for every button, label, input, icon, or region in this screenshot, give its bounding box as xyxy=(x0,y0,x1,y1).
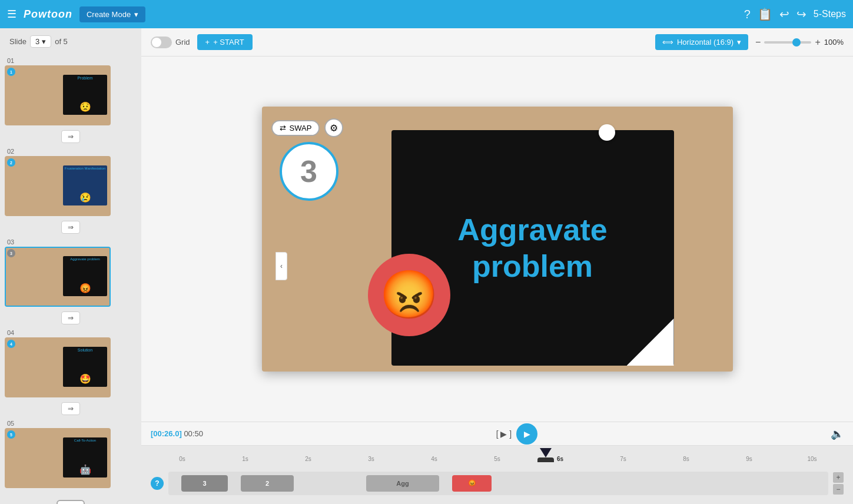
slide-number-circle: 3 xyxy=(280,142,338,201)
playback-bar: [00:26.0] 00:50 [ ▶ ] ▶ 🔈 xyxy=(141,422,853,445)
canvas-wrapper: ⇄ SWAP ⚙ 3 Aggravate problem xyxy=(141,57,853,422)
chevron-down-icon: ▾ xyxy=(134,10,138,19)
ruler-8s: 8s xyxy=(655,456,718,462)
slide-num-label-3: 03 xyxy=(5,236,137,247)
ruler-1s: 1s xyxy=(214,456,277,462)
time-display: [00:26.0] 00:50 xyxy=(151,429,203,438)
slide-num-label-2: 02 xyxy=(5,145,137,156)
timeline-help-button[interactable]: ? xyxy=(151,477,164,490)
transition-btn-4[interactable]: ⇒ xyxy=(0,400,141,417)
slide-num-label-4: 04 xyxy=(5,327,137,337)
ruler-3s: 3s xyxy=(340,456,403,462)
timeline-block-3[interactable]: 3 xyxy=(181,475,227,492)
zoom-in-button[interactable]: + xyxy=(815,37,820,48)
horizontal-icon: ⟺ xyxy=(662,38,673,47)
current-time: [00:26.0] xyxy=(151,429,182,438)
slide-counter: Slide 3 ▾ of 5 xyxy=(0,28,141,55)
canvas-area: Grid + + START ⟺ Horizontal (16:9) ▾ − +… xyxy=(141,28,853,504)
canvas-toolbar: Grid + + START ⟺ Horizontal (16:9) ▾ − +… xyxy=(141,28,853,57)
transition-icon-1[interactable]: ⇒ xyxy=(61,130,80,143)
settings-button[interactable]: ⚙ xyxy=(324,118,343,137)
zoom-control: − + 100% xyxy=(755,37,844,48)
slide-thumb-3[interactable]: 3 Aggravate problem 😡 xyxy=(5,247,111,307)
transition-btn-2[interactable]: ⇒ xyxy=(0,218,141,236)
blank-slide-button[interactable]: + Blank slide xyxy=(0,490,141,504)
canvas-overlay-buttons: ⇄ SWAP ⚙ xyxy=(271,118,344,137)
slide-item-1: 01 1 Problem 😟 xyxy=(0,55,141,128)
timeline-block-agg[interactable]: Agg xyxy=(366,475,439,492)
presentation-title: 5-Steps xyxy=(814,9,846,19)
swap-icon: ⇄ xyxy=(280,124,286,132)
plus-icon: + xyxy=(57,500,85,504)
ruler-10s: 10s xyxy=(781,456,844,462)
undo-icon[interactable]: ↩ xyxy=(779,7,789,21)
transition-btn-1[interactable]: ⇒ xyxy=(0,128,141,145)
ruler-5s: 5s xyxy=(466,456,529,462)
timeline-area: 0s 1s 2s 3s 4s 5s 6s 7s 8s 9s 10s ··· xyxy=(141,445,853,504)
slide-thumb-2[interactable]: 2 Frusteration Manifestation 😢 xyxy=(5,156,111,216)
volume-icon[interactable]: 🔈 xyxy=(831,427,844,440)
angry-face-icon: 😡 xyxy=(380,271,439,319)
chevron-down-icon: ▾ xyxy=(737,38,741,47)
slide-num-label-1: 01 xyxy=(5,55,137,65)
ruler-4s: 4s xyxy=(403,456,466,462)
play-button[interactable]: ▶ xyxy=(516,423,537,445)
grid-label: Grid xyxy=(175,38,190,47)
hamburger-menu-icon[interactable]: ☰ xyxy=(7,8,16,21)
grid-toggle-switch[interactable] xyxy=(151,37,172,48)
transition-icon-4[interactable]: ⇒ xyxy=(61,402,80,415)
angry-emoji: 😡 xyxy=(368,254,450,336)
slide-label: Slide xyxy=(9,37,26,46)
zoom-slider[interactable] xyxy=(764,41,811,44)
slide-thumb-4[interactable]: 4 Solution 🤩 xyxy=(5,337,111,397)
timeline-block-emoji[interactable]: 😡 xyxy=(452,475,492,492)
card-text: Aggravate problem xyxy=(446,211,619,285)
timeline-zoom-out-button[interactable]: − xyxy=(833,484,844,495)
total-time: 00:50 xyxy=(184,429,203,438)
slide-panel: Slide 3 ▾ of 5 01 1 Problem 😟 ⇒ xyxy=(0,28,141,504)
chevron-down-icon: ▾ xyxy=(42,37,46,46)
swap-button[interactable]: ⇄ SWAP xyxy=(271,120,320,136)
timeline-scroll-area[interactable]: 3 2 Agg 😡 xyxy=(168,472,828,495)
grid-toggle: Grid xyxy=(151,37,190,48)
timeline-ruler: 0s 1s 2s 3s 4s 5s 6s 7s 8s 9s 10s ··· xyxy=(141,446,853,462)
playback-controls: [ ▶ ] ▶ xyxy=(210,423,824,445)
top-nav: ☰ Powtoon Create Mode ▾ ? 📋 ↩ ↪ 5-Steps xyxy=(0,0,853,28)
notes-icon[interactable]: 📋 xyxy=(758,7,772,21)
redo-icon[interactable]: ↪ xyxy=(796,7,806,21)
slide-thumb-1[interactable]: 1 Problem 😟 xyxy=(5,65,111,125)
main-area: Slide 3 ▾ of 5 01 1 Problem 😟 ⇒ xyxy=(0,28,853,504)
collapse-sidebar-button[interactable]: ‹ xyxy=(276,252,287,280)
slide-item-3: 03 3 Aggravate problem 😡 xyxy=(0,236,141,309)
timeline-block-2[interactable]: 2 xyxy=(241,475,294,492)
plus-icon: + xyxy=(205,38,210,47)
app-logo: Powtoon xyxy=(24,8,72,21)
slide-number-selector[interactable]: 3 ▾ xyxy=(30,35,51,48)
create-mode-button[interactable]: Create Mode ▾ xyxy=(79,6,145,22)
slide-total: of 5 xyxy=(55,37,68,46)
zoom-out-button[interactable]: − xyxy=(755,37,761,48)
slide-num-label-5: 05 xyxy=(5,417,137,428)
black-card: Aggravate problem xyxy=(391,130,674,366)
ruler-2s: 2s xyxy=(277,456,340,462)
slide-item-4: 04 4 Solution 🤩 xyxy=(0,327,141,400)
transition-icon-2[interactable]: ⇒ xyxy=(61,221,80,234)
help-icon[interactable]: ? xyxy=(744,8,751,21)
slide-item-2: 02 2 Frusteration Manifestation 😢 xyxy=(0,145,141,218)
card-curl xyxy=(627,319,674,366)
transition-btn-3[interactable]: ⇒ xyxy=(0,309,141,327)
orientation-button[interactable]: ⟺ Horizontal (16:9) ▾ xyxy=(655,34,748,50)
ruler-9s: 9s xyxy=(718,456,781,462)
ruler-7s: 7s xyxy=(592,456,655,462)
transition-icon-3[interactable]: ⇒ xyxy=(61,311,80,324)
timeline-zoom-in-button[interactable]: + xyxy=(833,472,844,483)
slide-item-5: 05 5 Call-To-Action 🤖 xyxy=(0,417,141,490)
bracket-open-icon: [ ▶ ] xyxy=(496,429,512,439)
ruler-0s: 0s xyxy=(151,456,214,462)
slide-canvas[interactable]: ⇄ SWAP ⚙ 3 Aggravate problem xyxy=(262,107,733,372)
timeline-tracks: ? 3 2 Agg 😡 + − xyxy=(141,462,853,504)
start-button[interactable]: + + START xyxy=(197,34,253,50)
pin-icon xyxy=(599,124,615,141)
slide-thumb-5[interactable]: 5 Call-To-Action 🤖 xyxy=(5,428,111,488)
timeline-zoom-controls: + − xyxy=(833,472,844,495)
